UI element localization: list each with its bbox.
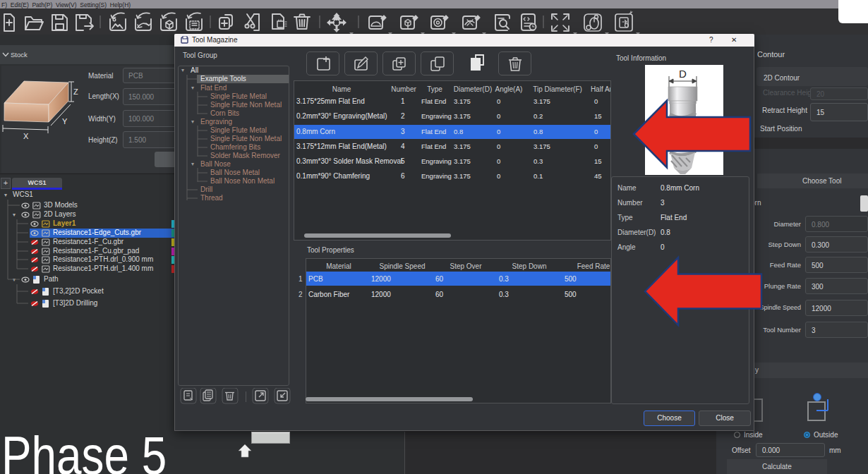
svg-text:D: D xyxy=(679,68,687,80)
